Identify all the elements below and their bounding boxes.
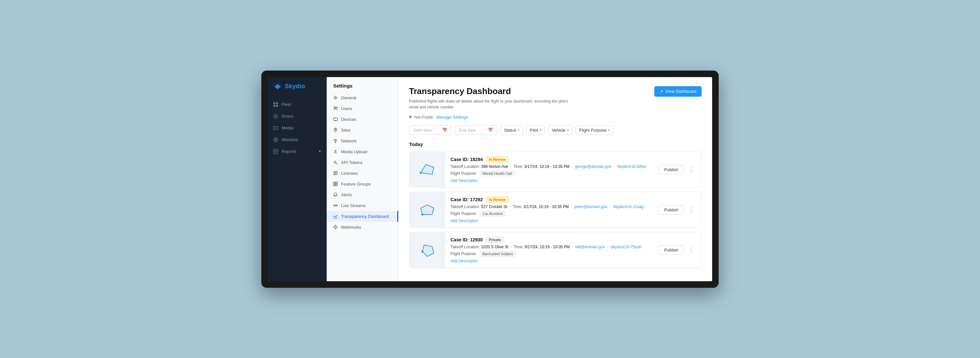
webhook-icon xyxy=(333,225,338,229)
calendar-icon-2: 📅 xyxy=(488,128,493,132)
media-icon xyxy=(273,126,278,130)
flight-info-18294: Case ID: 18294 In Review Takeoff Locatio… xyxy=(445,152,653,188)
vehicle-17292[interactable]: SkydioX10-12sag xyxy=(613,204,644,209)
settings-item-network[interactable]: Network xyxy=(327,135,398,146)
general-label: General xyxy=(341,95,356,100)
sidebar-item-missions[interactable]: Missions xyxy=(268,134,327,146)
manage-settings-link[interactable]: Manage Settings xyxy=(436,115,468,119)
more-menu-button-18294[interactable]: ⋮ xyxy=(686,165,696,174)
flight-map-12930 xyxy=(409,232,445,268)
svg-rect-29 xyxy=(336,182,337,184)
pilot-email-12930[interactable]: will@domain.gov xyxy=(575,245,605,249)
settings-item-licenses[interactable]: Licenses xyxy=(327,168,398,179)
pilot-email-18294[interactable]: george@domain.gov xyxy=(575,164,611,169)
takeoff-location-12930: 1020 S Olive St xyxy=(481,245,508,249)
sidebar-item-fleet[interactable]: Fleet xyxy=(268,99,327,110)
more-menu-button-17292[interactable]: ⋮ xyxy=(686,205,696,215)
settings-item-webhooks[interactable]: Webhooks xyxy=(327,222,398,232)
app-name: Skydio xyxy=(285,83,305,90)
pilot-filter[interactable]: Pilot ▾ xyxy=(526,126,545,135)
flight-card-12930: Case ID: 12930 Private Takeoff Location:… xyxy=(409,232,702,268)
fleet-label: Fleet xyxy=(282,102,291,107)
settings-item-transparency-dashboard[interactable]: Transparency Dashboard xyxy=(327,211,398,222)
add-description-12930[interactable]: Add Description xyxy=(450,259,648,263)
settings-item-sites[interactable]: Sites xyxy=(327,125,398,135)
pilot-email-17292[interactable]: peter@domain.gov xyxy=(574,204,608,209)
flight-purpose-chevron-icon: ▾ xyxy=(608,128,610,132)
flight-header-18294: Case ID: 18294 In Review xyxy=(450,156,648,162)
license-icon xyxy=(333,171,338,175)
svg-point-23 xyxy=(334,161,336,163)
users-label: Users xyxy=(341,106,352,111)
settings-item-devices[interactable]: Devices xyxy=(327,114,398,125)
flight-meta-17292: Takeoff Location: 527 Crocker St · Time:… xyxy=(450,204,648,209)
purpose-badge-18294: Mental Health Call xyxy=(480,170,515,177)
status-filter[interactable]: Status ▾ xyxy=(500,126,523,135)
time-17292: 3/17/24, 10:19 - 10:35 PM xyxy=(523,204,569,209)
network-label: Network xyxy=(341,138,357,143)
missions-label: Missions xyxy=(282,137,298,142)
sidebar-item-media[interactable]: Media xyxy=(268,122,327,134)
svg-rect-31 xyxy=(336,184,337,186)
flight-actions-12930: Publish ⋮ xyxy=(653,232,702,268)
transparency-dashboard-label: Transparency Dashboard xyxy=(341,214,389,219)
svg-rect-28 xyxy=(334,182,335,184)
flight-purpose-filter-label: Flight Purpose xyxy=(579,128,607,133)
svg-rect-0 xyxy=(274,102,275,104)
flight-header-17292: Case ID: 17292 In Review xyxy=(450,197,648,202)
sidebar-item-scans[interactable]: Scans xyxy=(268,110,327,122)
settings-item-media-upload[interactable]: Media Upload xyxy=(327,146,398,157)
location-icon xyxy=(333,128,338,132)
flight-purpose-filter[interactable]: Flight Purpose ▾ xyxy=(576,126,614,135)
vehicle-filter[interactable]: Vehicle ▾ xyxy=(548,126,572,135)
flight-map-17292 xyxy=(409,192,445,228)
start-date-input[interactable]: Start date 📅 xyxy=(409,126,452,135)
publish-button-17292[interactable]: Publish xyxy=(659,205,684,215)
svg-point-21 xyxy=(335,129,336,130)
api-tokens-label: API Tokens xyxy=(341,160,363,165)
status-dot xyxy=(409,116,412,118)
settings-item-feature-groups[interactable]: Feature Groups xyxy=(327,179,398,189)
flight-header-12930: Case ID: 12930 Private xyxy=(450,237,648,243)
end-date-input[interactable]: End date 📅 xyxy=(455,126,497,135)
vehicle-18294[interactable]: SkydioX10-82ksl xyxy=(617,164,646,169)
publish-button-12930[interactable]: Publish xyxy=(659,245,684,255)
settings-item-general[interactable]: General xyxy=(327,92,398,103)
wifi-icon xyxy=(333,138,338,143)
svg-rect-30 xyxy=(334,184,335,186)
vehicle-12930[interactable]: SkydioX10-75pob xyxy=(611,245,641,249)
more-menu-button-12930[interactable]: ⋮ xyxy=(686,245,696,255)
flight-purpose-row-12930: Flight Purpose: Barricaded Subject xyxy=(450,251,648,257)
flight-path-12930 xyxy=(416,239,439,261)
feature-groups-label: Feature Groups xyxy=(341,181,371,186)
flight-info-12930: Case ID: 12930 Private Takeoff Location:… xyxy=(445,232,653,268)
today-section-label: Today xyxy=(409,142,702,147)
add-description-18294[interactable]: Add Description xyxy=(450,178,648,183)
svg-point-16 xyxy=(334,107,336,108)
reports-expand-icon: ▼ xyxy=(318,150,321,153)
svg-point-22 xyxy=(335,142,336,143)
case-id-18294: Case ID: 18294 xyxy=(450,157,483,162)
svg-point-17 xyxy=(336,107,337,108)
left-navigation: Skydio Fleet Scans xyxy=(268,77,327,281)
target-icon xyxy=(273,137,278,142)
page-title-area: Transparency Dashboard Published flights… xyxy=(409,86,572,110)
publish-button-18294[interactable]: Publish xyxy=(659,165,684,174)
settings-item-alerts[interactable]: Alerts xyxy=(327,189,398,200)
svg-rect-18 xyxy=(334,118,337,121)
end-date-placeholder: End date xyxy=(459,128,476,133)
vehicle-chevron-icon: ▾ xyxy=(567,128,569,132)
page-title: Transparency Dashboard xyxy=(409,86,572,96)
settings-item-users[interactable]: Users xyxy=(327,103,398,114)
view-dashboard-button[interactable]: ↗ View Dashboard xyxy=(654,86,702,97)
add-description-17292[interactable]: Add Description xyxy=(450,218,648,223)
settings-item-api-tokens[interactable]: API Tokens xyxy=(327,157,398,168)
sites-label: Sites xyxy=(341,128,350,133)
devices-icon xyxy=(333,117,338,121)
settings-item-live-streams[interactable]: Live Streams xyxy=(327,200,398,211)
sidebar-item-reports[interactable]: Reports ▼ xyxy=(268,146,327,158)
scan-icon xyxy=(273,114,278,119)
live-streams-label: Live Streams xyxy=(341,203,366,208)
flight-card-17292: Case ID: 17292 In Review Takeoff Locatio… xyxy=(409,192,702,228)
dashboard-icon xyxy=(333,214,338,218)
